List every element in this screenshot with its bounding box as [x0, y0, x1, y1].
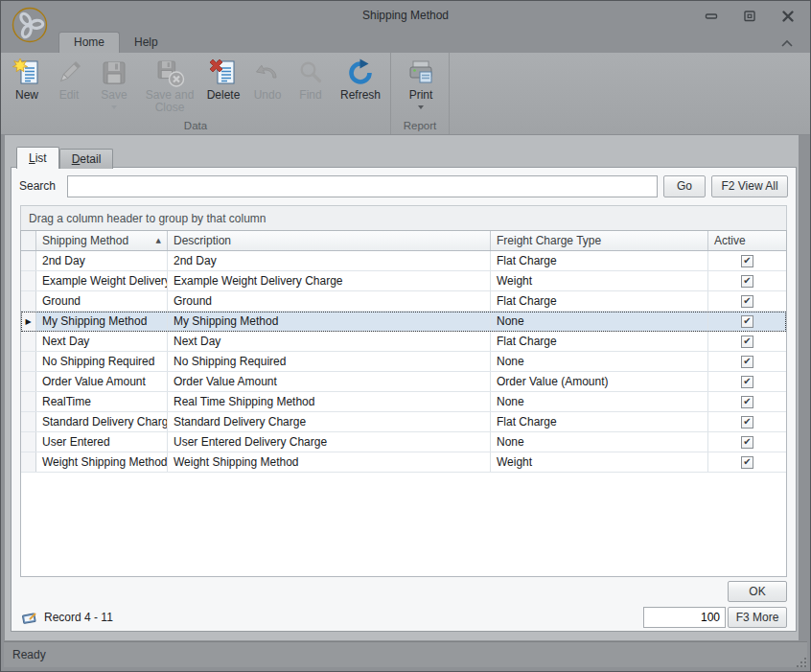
table-row[interactable]: No Shipping RequiredNo Shipping Required…: [21, 352, 786, 372]
active-checkbox[interactable]: ✔: [741, 336, 753, 348]
active-checkbox[interactable]: ✔: [741, 315, 753, 328]
active-checkbox[interactable]: ✔: [741, 416, 753, 429]
delete-button[interactable]: Delete: [200, 56, 246, 119]
more-button[interactable]: F3 More: [728, 607, 787, 628]
cell-description[interactable]: Standard Delivery Charge: [168, 412, 491, 431]
cell-active[interactable]: ✔: [708, 251, 786, 270]
page-size-input[interactable]: [643, 607, 726, 628]
go-button[interactable]: Go: [663, 175, 706, 197]
group-by-bar[interactable]: Drag a column header to group by that co…: [20, 205, 787, 230]
table-row[interactable]: Order Value AmountOrder Value AmountOrde…: [21, 372, 786, 392]
view-tabs: List Detail: [16, 147, 113, 169]
find-icon: [295, 58, 326, 88]
cell-active[interactable]: ✔: [708, 372, 786, 391]
cell-active[interactable]: ✔: [708, 392, 786, 411]
resize-grip[interactable]: [796, 657, 807, 668]
cell-active[interactable]: ✔: [708, 291, 786, 311]
table-row[interactable]: GroundGroundFlat Charge✔: [21, 291, 786, 312]
cell-active[interactable]: ✔: [708, 432, 786, 452]
cell-shipping-method[interactable]: RealTime: [36, 392, 168, 411]
column-header-shipping-method[interactable]: Shipping Method ▲: [36, 231, 168, 250]
app-logo-icon[interactable]: [11, 6, 49, 44]
tab-help[interactable]: Help: [120, 33, 173, 53]
cell-description[interactable]: Real Time Shipping Method: [168, 392, 491, 411]
cell-freight-charge-type[interactable]: Order Value (Amount): [491, 372, 708, 391]
cell-description[interactable]: User Entered Delivery Charge: [168, 432, 491, 452]
find-button: Find: [289, 56, 333, 119]
cell-active[interactable]: ✔: [708, 412, 786, 431]
table-row[interactable]: ▶My Shipping MethodMy Shipping MethodNon…: [21, 312, 786, 332]
cell-shipping-method[interactable]: Weight Shipping Method: [36, 452, 168, 472]
search-row: Search Go F2 View All: [19, 174, 788, 197]
tab-detail[interactable]: Detail: [59, 149, 114, 169]
minimize-button[interactable]: [705, 10, 718, 23]
row-indicator: [21, 372, 36, 391]
tab-home[interactable]: Home: [58, 32, 120, 53]
cell-description[interactable]: Weight Shipping Method: [168, 452, 491, 472]
cell-freight-charge-type[interactable]: None: [491, 432, 708, 452]
cell-shipping-method[interactable]: No Shipping Required: [36, 352, 168, 371]
table-row[interactable]: Weight Shipping MethodWeight Shipping Me…: [21, 452, 786, 473]
view-all-button[interactable]: F2 View All: [711, 175, 788, 197]
cell-freight-charge-type[interactable]: Flat Charge: [491, 412, 708, 431]
cell-description[interactable]: Order Value Amount: [168, 372, 491, 391]
table-row[interactable]: Example Weight DeliveryExample Weight De…: [21, 271, 786, 291]
search-input[interactable]: [67, 175, 658, 197]
active-checkbox[interactable]: ✔: [741, 275, 753, 288]
cell-freight-charge-type[interactable]: Weight: [491, 271, 708, 290]
active-checkbox[interactable]: ✔: [741, 396, 753, 408]
active-checkbox[interactable]: ✔: [741, 456, 753, 469]
cell-shipping-method[interactable]: Standard Delivery Charge: [36, 412, 168, 431]
cell-description[interactable]: My Shipping Method: [168, 312, 491, 331]
cell-shipping-method[interactable]: Example Weight Delivery: [36, 271, 168, 290]
table-row[interactable]: 2nd Day2nd DayFlat Charge✔: [21, 251, 786, 271]
cell-description[interactable]: 2nd Day: [168, 251, 491, 270]
table-row[interactable]: User EnteredUser Entered Delivery Charge…: [21, 432, 786, 452]
tab-list[interactable]: List: [16, 147, 59, 169]
print-button[interactable]: Print: [395, 56, 447, 119]
table-row[interactable]: Standard Delivery ChargeStandard Deliver…: [21, 412, 786, 432]
edit-button: Edit: [49, 56, 89, 119]
cell-active[interactable]: ✔: [708, 312, 786, 331]
restore-button[interactable]: [743, 10, 756, 23]
column-header-active[interactable]: Active: [708, 231, 786, 250]
active-checkbox[interactable]: ✔: [741, 376, 753, 388]
cell-shipping-method[interactable]: Order Value Amount: [36, 372, 168, 391]
column-header-freight-charge-type[interactable]: Freight Charge Type: [491, 231, 708, 250]
new-button[interactable]: New: [5, 56, 49, 119]
ok-button[interactable]: OK: [728, 581, 787, 602]
cell-shipping-method[interactable]: User Entered: [36, 432, 168, 452]
group-buttons: Print: [391, 53, 449, 119]
cell-description[interactable]: No Shipping Required: [168, 352, 491, 371]
cell-description[interactable]: Example Weight Delivery Charge: [168, 271, 491, 290]
cell-freight-charge-type[interactable]: None: [491, 392, 708, 411]
column-header-description[interactable]: Description: [168, 231, 491, 250]
active-checkbox[interactable]: ✔: [741, 295, 753, 308]
cell-active[interactable]: ✔: [708, 452, 786, 472]
table-row[interactable]: Next DayNext DayFlat Charge✔: [21, 332, 786, 352]
cell-active[interactable]: ✔: [708, 352, 786, 371]
cell-active[interactable]: ✔: [708, 332, 786, 351]
restore-icon: [743, 10, 756, 23]
cell-shipping-method[interactable]: Ground: [36, 291, 168, 311]
refresh-button[interactable]: Refresh: [333, 56, 388, 119]
cell-freight-charge-type[interactable]: Flat Charge: [491, 251, 708, 270]
active-checkbox[interactable]: ✔: [741, 255, 753, 267]
table-row[interactable]: RealTimeReal Time Shipping MethodNone✔: [21, 392, 786, 412]
edit-icon: [54, 58, 84, 88]
cell-freight-charge-type[interactable]: None: [491, 352, 708, 371]
cell-freight-charge-type[interactable]: None: [491, 312, 708, 331]
collapse-ribbon-icon[interactable]: [779, 37, 795, 49]
close-button[interactable]: [781, 10, 795, 23]
cell-freight-charge-type[interactable]: Flat Charge: [491, 332, 708, 351]
cell-description[interactable]: Ground: [168, 291, 491, 311]
cell-freight-charge-type[interactable]: Flat Charge: [491, 291, 708, 311]
cell-freight-charge-type[interactable]: Weight: [491, 452, 708, 472]
cell-shipping-method[interactable]: My Shipping Method: [36, 312, 168, 331]
active-checkbox[interactable]: ✔: [741, 436, 753, 449]
cell-description[interactable]: Next Day: [168, 332, 491, 351]
cell-active[interactable]: ✔: [708, 271, 786, 290]
active-checkbox[interactable]: ✔: [741, 356, 753, 368]
cell-shipping-method[interactable]: Next Day: [36, 332, 168, 351]
cell-shipping-method[interactable]: 2nd Day: [36, 251, 168, 270]
